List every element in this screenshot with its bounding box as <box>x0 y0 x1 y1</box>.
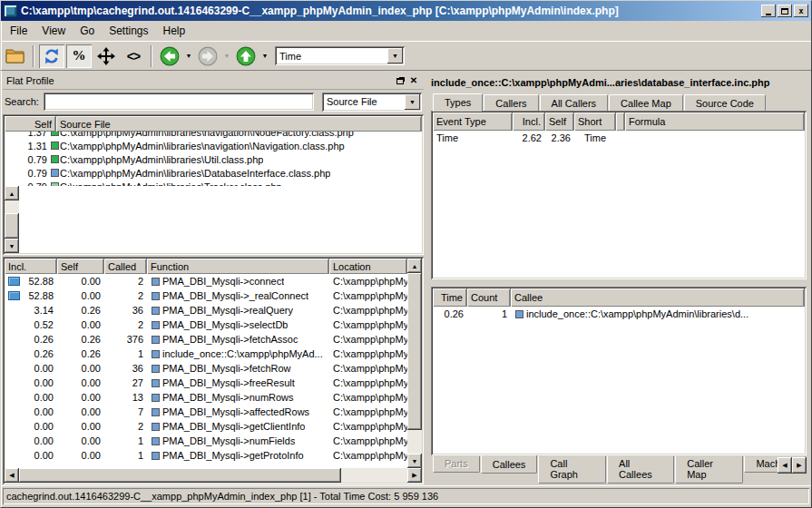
forward-dropdown-arrow[interactable]: ▼ <box>222 53 231 59</box>
callees-table: Time Count Callee 0.261include_once::C:\… <box>431 287 807 455</box>
scrollbar-thumb[interactable] <box>407 273 422 430</box>
function-row[interactable]: 0.520.002PMA_DBI_Mysqli->selectDbC:\xamp… <box>5 318 407 332</box>
scroll-left-icon[interactable]: ◀ <box>5 468 19 483</box>
relative-to-parent-button[interactable] <box>93 44 119 68</box>
column-header-blank[interactable] <box>616 112 625 131</box>
up-button[interactable] <box>233 44 259 68</box>
source-file-row[interactable]: 1.37C:\xampp\phpMyAdmin\libraries\naviga… <box>5 132 422 139</box>
column-header-self[interactable]: Self <box>57 259 104 274</box>
back-dropdown-arrow[interactable]: ▼ <box>184 53 193 59</box>
search-input[interactable] <box>44 93 314 111</box>
event-type-row[interactable]: Time 2.62 2.36 Time <box>433 131 805 145</box>
function-row[interactable]: 0.000.0013PMA_DBI_Mysqli->numRowsC:\xamp… <box>5 390 407 405</box>
function-name-cell: PMA_DBI_Mysqli->getClientInfo <box>147 421 329 432</box>
function-table-horizontal-scrollbar[interactable]: ◀ ▶ <box>5 468 422 483</box>
scroll-right-icon[interactable]: ▶ <box>407 468 422 483</box>
column-header-short[interactable]: Short <box>574 112 616 131</box>
menu-file[interactable]: File <box>3 23 34 39</box>
source-file-row[interactable]: 0.79C:\xampp\phpMyAdmin\libraries\Tracke… <box>5 180 422 186</box>
source-file-row[interactable]: 0.79C:\xampp\phpMyAdmin\libraries\Util.c… <box>5 152 422 166</box>
scroll-down-icon[interactable]: ▼ <box>407 454 422 468</box>
tab-call-graph[interactable]: Call Graph <box>538 456 606 484</box>
back-button[interactable] <box>157 44 182 68</box>
function-called-value: 27 <box>104 377 147 388</box>
function-name: PMA_DBI_Mysqli->numFields <box>162 435 295 446</box>
function-name: PMA_DBI_Mysqli->getProtoInfo <box>162 450 304 461</box>
column-header-called[interactable]: Called <box>104 259 147 274</box>
function-row[interactable]: 0.000.001PMA_DBI_Mysqli->numFieldsC:\xam… <box>5 434 407 448</box>
menu-view[interactable]: View <box>34 23 73 39</box>
function-row[interactable]: 52.880.002PMA_DBI_Mysqli->_realConnectC:… <box>5 288 407 303</box>
relative-cost-button[interactable] <box>39 44 64 68</box>
menu-go[interactable]: Go <box>73 23 102 39</box>
function-row[interactable]: 52.880.002PMA_DBI_Mysqli->connectC:\xamp… <box>5 274 407 288</box>
column-header-location[interactable]: Location <box>329 259 407 274</box>
shorten-templates-button[interactable]: <> <box>121 44 146 68</box>
function-row[interactable]: 0.000.001PMA_DBI_Mysqli->getProtoInfoC:\… <box>5 448 407 463</box>
function-row[interactable]: 0.000.002PMA_DBI_Mysqli->getClientInfoC:… <box>5 419 407 434</box>
menu-settings[interactable]: Settings <box>102 23 155 39</box>
open-file-button[interactable] <box>3 44 28 68</box>
column-header-function[interactable]: Function <box>147 259 329 274</box>
column-header-time[interactable]: Time <box>433 288 467 307</box>
function-row[interactable]: 0.000.007PMA_DBI_Mysqli->affectedRowsC:\… <box>5 405 407 419</box>
forward-button[interactable] <box>195 44 220 68</box>
column-header-self[interactable]: Self <box>5 116 56 132</box>
dock-title-bar[interactable]: Flat Profile ✕ <box>3 72 424 90</box>
tab-caller-map[interactable]: Caller Map <box>675 456 743 484</box>
move-arrows-icon <box>97 47 115 65</box>
tab-all-callees[interactable]: All Callees <box>607 456 674 484</box>
tab-callee-map[interactable]: Callee Map <box>609 94 683 111</box>
scroll-down-icon[interactable]: ▼ <box>5 239 19 253</box>
tab-scroll-right-icon[interactable]: ▶ <box>792 457 807 474</box>
column-header-incl[interactable]: Incl. <box>513 112 545 131</box>
source-file-row[interactable]: 0.79C:\xampp\phpMyAdmin\libraries\Databa… <box>5 166 422 180</box>
maximize-button[interactable] <box>778 5 792 17</box>
close-dock-button[interactable]: ✕ <box>407 74 420 86</box>
source-table-vertical-scrollbar[interactable]: ▲ ▼ <box>5 186 19 253</box>
event-type-combobox[interactable]: Time ▼ <box>275 46 405 65</box>
scroll-up-icon[interactable]: ▲ <box>407 259 422 273</box>
tab-source-code[interactable]: Source Code <box>684 94 766 111</box>
callee-row[interactable]: 0.261include_once::C:\xampp\phpMyAdmin\l… <box>433 307 805 321</box>
menu-help[interactable]: Help <box>156 23 193 39</box>
tab-parts[interactable]: Parts <box>433 456 480 473</box>
function-row[interactable]: 3.140.2636PMA_DBI_Mysqli->realQueryC:\xa… <box>5 303 407 318</box>
source-file-path: C:\xampp\phpMyAdmin\libraries\navigation… <box>60 141 345 151</box>
column-header-count[interactable]: Count <box>467 288 511 307</box>
column-header-callee[interactable]: Callee <box>511 288 805 307</box>
menu-bar: FileViewGoSettingsHelp <box>1 21 811 41</box>
title-bar[interactable]: C:\xampp\tmp\cachegrind.out.1416463299-C… <box>1 1 811 21</box>
function-table-vertical-scrollbar[interactable]: ▲ ▼ <box>407 259 422 468</box>
function-row[interactable]: 0.260.26376PMA_DBI_Mysqli->fetchAssocC:\… <box>5 332 407 347</box>
column-header-incl[interactable]: Incl. <box>5 259 57 274</box>
column-header-formula[interactable]: Formula <box>625 112 805 131</box>
function-row[interactable]: 0.000.0036PMA_DBI_Mysqli->fetchRowC:\xam… <box>5 361 407 376</box>
column-header-self[interactable]: Self <box>545 112 574 131</box>
scroll-up-icon[interactable]: ▲ <box>5 186 19 200</box>
percentage-button[interactable]: % <box>66 44 92 68</box>
function-row[interactable]: 0.260.261include_once::C:\xampp\phpMyAd.… <box>5 347 407 361</box>
up-dropdown-arrow[interactable]: ▼ <box>260 53 269 59</box>
column-header-event-type[interactable]: Event Type <box>433 112 513 131</box>
scrollbar-thumb[interactable] <box>5 213 19 239</box>
float-dock-button[interactable] <box>395 74 407 86</box>
function-row[interactable]: 0.000.0027PMA_DBI_Mysqli->freeResultC:\x… <box>5 376 407 390</box>
tab-scroll-left-icon[interactable]: ◀ <box>778 457 792 474</box>
source-file-row[interactable]: 1.31C:\xampp\phpMyAdmin\libraries\naviga… <box>5 139 422 152</box>
tab-types[interactable]: Types <box>433 93 483 112</box>
tab-callers[interactable]: Callers <box>484 94 538 111</box>
column-header-source-file[interactable]: Source File <box>56 116 422 132</box>
grouping-dropdown-button[interactable]: ▼ <box>405 94 420 110</box>
tab-all-callers[interactable]: All Callers <box>540 94 609 111</box>
combobox-dropdown-button[interactable]: ▼ <box>387 48 403 64</box>
close-button[interactable]: x <box>794 5 808 17</box>
tab-callees[interactable]: Callees <box>481 455 538 474</box>
function-self-value: 0.00 <box>57 392 104 403</box>
function-incl-value: 0.00 <box>34 406 54 417</box>
detail-splitter[interactable] <box>429 279 808 287</box>
scrollbar-thumb[interactable] <box>19 468 341 483</box>
minimize-button[interactable] <box>761 5 776 17</box>
app-icon[interactable] <box>4 5 17 17</box>
grouping-combobox[interactable]: Source File ▼ <box>322 93 422 112</box>
